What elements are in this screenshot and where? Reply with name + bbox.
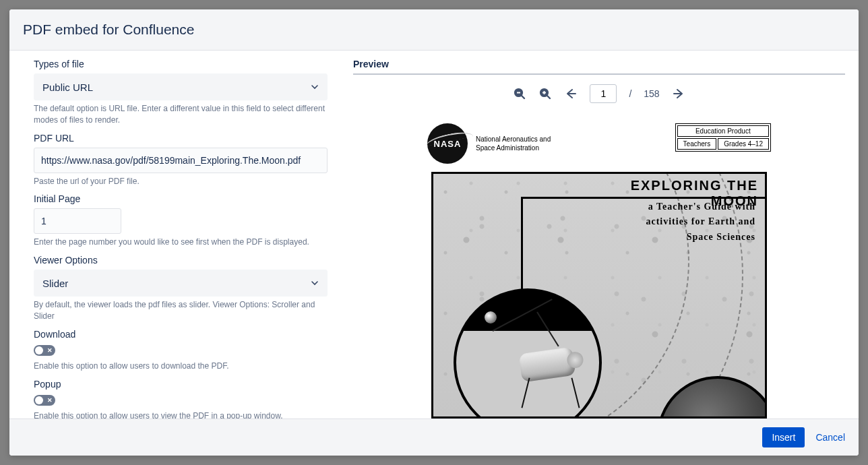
download-group: Download ✕ Enable this option to allow u… — [34, 329, 328, 372]
dialog-body: Types of file Public URL The default opt… — [9, 51, 859, 418]
zoom-out-icon[interactable] — [513, 87, 526, 100]
dialog-header: PDF embed for Confluence — [9, 9, 859, 51]
pdf-url-label: PDF URL — [34, 133, 328, 144]
pdf-page: NASA National Aeronautics and Space Admi… — [421, 117, 778, 418]
close-icon: ✕ — [47, 397, 53, 403]
svg-line-2 — [522, 96, 524, 98]
types-of-file-select[interactable]: Public URL — [34, 73, 328, 100]
types-of-file-help: The default option is URL file. Enter a … — [34, 103, 328, 126]
pdf-embed-dialog: PDF embed for Confluence Types of file P… — [9, 9, 859, 456]
initial-page-help: Enter the page number you would like to … — [34, 237, 328, 248]
document-cover-frame: EXPLORING THE MOON a Teacher's Guide wit… — [431, 172, 767, 418]
crane-line — [493, 299, 553, 332]
nasa-header: NASA National Aeronautics and Space Admi… — [427, 123, 551, 164]
document-subtitle: a Teacher's Guide with activities for Ea… — [644, 199, 755, 245]
page-separator: / — [629, 88, 631, 99]
viewer-options-value: Slider — [42, 278, 68, 289]
pdf-viewport[interactable]: NASA National Aeronautics and Space Admi… — [353, 110, 845, 418]
pdf-url-input[interactable] — [34, 148, 328, 173]
initial-page-label: Initial Page — [34, 193, 328, 204]
dialog-footer: Insert Cancel — [9, 418, 859, 456]
viewer-options-group: Viewer Options Slider By default, the vi… — [34, 255, 328, 322]
svg-line-6 — [547, 96, 550, 98]
edu-grades: Grades 4–12 — [718, 138, 769, 150]
types-of-file-label: Types of file — [34, 59, 328, 69]
chevron-down-icon — [311, 279, 319, 287]
popup-toggle[interactable]: ✕ — [34, 395, 55, 406]
close-icon: ✕ — [47, 347, 53, 353]
pdf-url-group: PDF URL Paste the url of your PDF file. — [34, 133, 328, 187]
pdf-toolbar: / 158 — [353, 80, 845, 110]
types-of-file-group: Types of file Public URL The default opt… — [34, 59, 328, 126]
earth-icon — [485, 311, 497, 323]
nasa-agency-line1: National Aeronautics and — [476, 135, 551, 144]
viewer-options-help: By default, the viewer loads the pdf fil… — [34, 299, 328, 322]
toggle-knob — [35, 396, 43, 404]
dialog-title: PDF embed for Confluence — [23, 22, 845, 38]
education-product-box: Education Product Teachers Grades 4–12 — [675, 123, 771, 152]
total-pages: 158 — [644, 88, 659, 99]
download-help: Enable this option to allow users to dow… — [34, 361, 328, 372]
initial-page-group: Initial Page Enter the page number you w… — [34, 193, 328, 248]
initial-page-input[interactable] — [34, 208, 121, 234]
edu-header: Education Product — [677, 125, 769, 137]
popup-label: Popup — [34, 379, 328, 390]
lander-legs — [517, 377, 584, 411]
viewer-options-select[interactable]: Slider — [34, 270, 328, 297]
nasa-agency-text: National Aeronautics and Space Administr… — [476, 135, 551, 152]
nasa-logo-icon: NASA — [427, 123, 468, 164]
popup-group: Popup ✕ Enable this option to allow user… — [34, 379, 328, 418]
insert-button[interactable]: Insert — [762, 427, 805, 447]
cancel-button[interactable]: Cancel — [815, 432, 845, 443]
crane-line — [536, 311, 559, 346]
form-pane: Types of file Public URL The default opt… — [9, 51, 340, 418]
zoom-in-icon[interactable] — [538, 87, 552, 100]
prev-page-icon[interactable] — [564, 87, 578, 100]
toggle-knob — [35, 346, 43, 354]
download-toggle[interactable]: ✕ — [34, 345, 55, 356]
preview-pane: Preview / 158 — [340, 51, 859, 418]
download-label: Download — [34, 329, 328, 340]
viewer-options-label: Viewer Options — [34, 255, 328, 266]
types-of-file-value: Public URL — [42, 82, 93, 93]
next-page-icon[interactable] — [672, 87, 685, 100]
nasa-agency-line2: Space Administration — [476, 144, 551, 152]
preview-heading: Preview — [353, 59, 845, 75]
edu-teachers: Teachers — [677, 138, 717, 150]
nasa-logo-text: NASA — [434, 139, 462, 149]
popup-help: Enable this option to allow users to vie… — [34, 410, 328, 418]
pdf-url-help: Paste the url of your PDF file. — [34, 176, 328, 187]
chevron-down-icon — [311, 83, 319, 91]
current-page-input[interactable] — [590, 84, 617, 103]
